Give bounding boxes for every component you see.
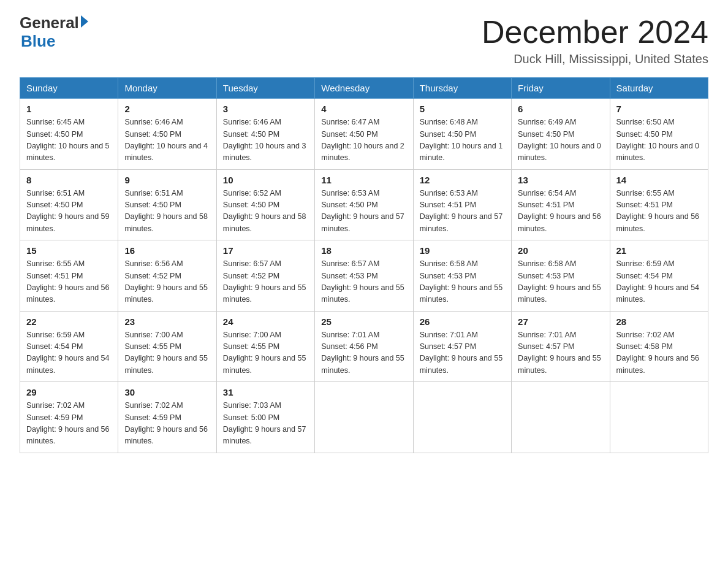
calendar-cell: 9 Sunrise: 6:51 AM Sunset: 4:50 PM Dayli… (118, 169, 216, 240)
day-info: Sunrise: 7:02 AM Sunset: 4:59 PM Dayligh… (124, 400, 210, 448)
day-info: Sunrise: 6:46 AM Sunset: 4:50 PM Dayligh… (223, 117, 308, 164)
logo: General Blue (20, 15, 88, 51)
calendar-week-row-3: 15 Sunrise: 6:55 AM Sunset: 4:51 PM Dayl… (20, 240, 708, 312)
calendar-cell: 28 Sunrise: 7:02 AM Sunset: 4:58 PM Dayl… (610, 311, 708, 382)
day-number: 2 (124, 104, 210, 114)
day-number: 6 (518, 104, 603, 114)
logo-blue-text: Blue (21, 32, 55, 50)
day-number: 1 (26, 104, 112, 114)
day-info: Sunrise: 6:51 AM Sunset: 4:50 PM Dayligh… (26, 188, 112, 236)
day-info: Sunrise: 6:45 AM Sunset: 4:50 PM Dayligh… (26, 117, 112, 164)
day-info: Sunrise: 6:56 AM Sunset: 4:52 PM Dayligh… (124, 258, 210, 306)
day-number: 29 (26, 387, 112, 397)
header-wednesday: Wednesday (315, 78, 413, 99)
calendar-cell: 5 Sunrise: 6:48 AM Sunset: 4:50 PM Dayli… (413, 99, 511, 170)
day-number: 26 (420, 316, 505, 327)
day-number: 10 (223, 175, 308, 185)
calendar-table: Sunday Monday Tuesday Wednesday Thursday… (20, 77, 708, 453)
day-number: 24 (223, 316, 308, 327)
day-info: Sunrise: 6:51 AM Sunset: 4:50 PM Dayligh… (124, 188, 210, 236)
day-number: 27 (518, 316, 603, 327)
logo-triangle-icon (81, 15, 88, 28)
day-info: Sunrise: 6:58 AM Sunset: 4:53 PM Dayligh… (518, 258, 603, 306)
day-number: 5 (420, 104, 505, 114)
day-info: Sunrise: 6:48 AM Sunset: 4:50 PM Dayligh… (420, 117, 505, 164)
day-info: Sunrise: 7:00 AM Sunset: 4:55 PM Dayligh… (124, 329, 210, 377)
calendar-cell: 4 Sunrise: 6:47 AM Sunset: 4:50 PM Dayli… (315, 99, 413, 170)
calendar-cell: 15 Sunrise: 6:55 AM Sunset: 4:51 PM Dayl… (20, 240, 118, 312)
day-info: Sunrise: 6:58 AM Sunset: 4:53 PM Dayligh… (420, 258, 505, 306)
calendar-cell: 23 Sunrise: 7:00 AM Sunset: 4:55 PM Dayl… (118, 311, 216, 382)
day-number: 18 (321, 245, 406, 256)
calendar-cell: 16 Sunrise: 6:56 AM Sunset: 4:52 PM Dayl… (118, 240, 216, 312)
calendar-cell: 11 Sunrise: 6:53 AM Sunset: 4:50 PM Dayl… (315, 169, 413, 240)
day-number: 23 (124, 316, 210, 327)
calendar-cell: 3 Sunrise: 6:46 AM Sunset: 4:50 PM Dayli… (216, 99, 314, 170)
calendar-cell: 21 Sunrise: 6:59 AM Sunset: 4:54 PM Dayl… (610, 240, 708, 312)
day-number: 20 (518, 245, 603, 256)
day-number: 28 (616, 316, 702, 327)
day-number: 8 (26, 175, 112, 185)
calendar-cell: 2 Sunrise: 6:46 AM Sunset: 4:50 PM Dayli… (118, 99, 216, 170)
calendar-cell: 8 Sunrise: 6:51 AM Sunset: 4:50 PM Dayli… (20, 169, 118, 240)
day-info: Sunrise: 6:55 AM Sunset: 4:51 PM Dayligh… (26, 258, 112, 306)
calendar-week-row-5: 29 Sunrise: 7:02 AM Sunset: 4:59 PM Dayl… (20, 382, 708, 453)
calendar-cell: 30 Sunrise: 7:02 AM Sunset: 4:59 PM Dayl… (118, 382, 216, 453)
calendar-cell (315, 382, 413, 453)
calendar-cell: 12 Sunrise: 6:53 AM Sunset: 4:51 PM Dayl… (413, 169, 511, 240)
day-info: Sunrise: 6:49 AM Sunset: 4:50 PM Dayligh… (518, 117, 603, 164)
day-info: Sunrise: 6:53 AM Sunset: 4:50 PM Dayligh… (321, 188, 406, 236)
calendar-cell: 14 Sunrise: 6:55 AM Sunset: 4:51 PM Dayl… (610, 169, 708, 240)
calendar-week-row-2: 8 Sunrise: 6:51 AM Sunset: 4:50 PM Dayli… (20, 169, 708, 240)
day-info: Sunrise: 6:52 AM Sunset: 4:50 PM Dayligh… (223, 188, 308, 236)
header-monday: Monday (118, 78, 216, 99)
calendar-cell (413, 382, 511, 453)
day-number: 9 (124, 175, 210, 185)
day-info: Sunrise: 6:59 AM Sunset: 4:54 PM Dayligh… (26, 329, 112, 377)
calendar-cell: 29 Sunrise: 7:02 AM Sunset: 4:59 PM Dayl… (20, 382, 118, 453)
day-number: 17 (223, 245, 308, 256)
day-info: Sunrise: 7:01 AM Sunset: 4:56 PM Dayligh… (321, 329, 406, 377)
calendar-cell: 6 Sunrise: 6:49 AM Sunset: 4:50 PM Dayli… (512, 99, 610, 170)
day-number: 21 (616, 245, 702, 256)
calendar-week-row-4: 22 Sunrise: 6:59 AM Sunset: 4:54 PM Dayl… (20, 311, 708, 382)
day-info: Sunrise: 6:47 AM Sunset: 4:50 PM Dayligh… (321, 117, 406, 164)
header-saturday: Saturday (610, 78, 708, 99)
location-subtitle: Duck Hill, Mississippi, United States (482, 52, 708, 66)
day-number: 13 (518, 175, 603, 185)
header-thursday: Thursday (413, 78, 511, 99)
day-number: 4 (321, 104, 406, 114)
calendar-cell: 19 Sunrise: 6:58 AM Sunset: 4:53 PM Dayl… (413, 240, 511, 312)
day-number: 11 (321, 175, 406, 185)
day-number: 3 (223, 104, 308, 114)
day-info: Sunrise: 7:01 AM Sunset: 4:57 PM Dayligh… (518, 329, 603, 377)
day-number: 14 (616, 175, 702, 185)
day-number: 22 (26, 316, 112, 327)
day-info: Sunrise: 7:02 AM Sunset: 4:59 PM Dayligh… (26, 400, 112, 448)
day-info: Sunrise: 7:01 AM Sunset: 4:57 PM Dayligh… (420, 329, 505, 377)
day-info: Sunrise: 6:46 AM Sunset: 4:50 PM Dayligh… (124, 117, 210, 164)
day-info: Sunrise: 6:50 AM Sunset: 4:50 PM Dayligh… (616, 117, 702, 164)
calendar-cell: 7 Sunrise: 6:50 AM Sunset: 4:50 PM Dayli… (610, 99, 708, 170)
day-number: 25 (321, 316, 406, 327)
day-info: Sunrise: 7:00 AM Sunset: 4:55 PM Dayligh… (223, 329, 308, 377)
day-info: Sunrise: 7:03 AM Sunset: 5:00 PM Dayligh… (223, 400, 308, 448)
calendar-cell: 1 Sunrise: 6:45 AM Sunset: 4:50 PM Dayli… (20, 99, 118, 170)
day-number: 15 (26, 245, 112, 256)
calendar-cell (512, 382, 610, 453)
month-title: December 2024 (482, 15, 708, 50)
header-friday: Friday (512, 78, 610, 99)
logo-general-text: General (20, 15, 79, 31)
day-number: 31 (223, 387, 308, 397)
calendar-cell: 20 Sunrise: 6:58 AM Sunset: 4:53 PM Dayl… (512, 240, 610, 312)
calendar-week-row-1: 1 Sunrise: 6:45 AM Sunset: 4:50 PM Dayli… (20, 99, 708, 170)
title-area: December 2024 Duck Hill, Mississippi, Un… (482, 15, 708, 66)
day-info: Sunrise: 7:02 AM Sunset: 4:58 PM Dayligh… (616, 329, 702, 377)
calendar-cell: 18 Sunrise: 6:57 AM Sunset: 4:53 PM Dayl… (315, 240, 413, 312)
calendar-cell: 27 Sunrise: 7:01 AM Sunset: 4:57 PM Dayl… (512, 311, 610, 382)
header-tuesday: Tuesday (216, 78, 314, 99)
calendar-cell: 13 Sunrise: 6:54 AM Sunset: 4:51 PM Dayl… (512, 169, 610, 240)
calendar-cell: 24 Sunrise: 7:00 AM Sunset: 4:55 PM Dayl… (216, 311, 314, 382)
day-number: 16 (124, 245, 210, 256)
day-info: Sunrise: 6:57 AM Sunset: 4:53 PM Dayligh… (321, 258, 406, 306)
